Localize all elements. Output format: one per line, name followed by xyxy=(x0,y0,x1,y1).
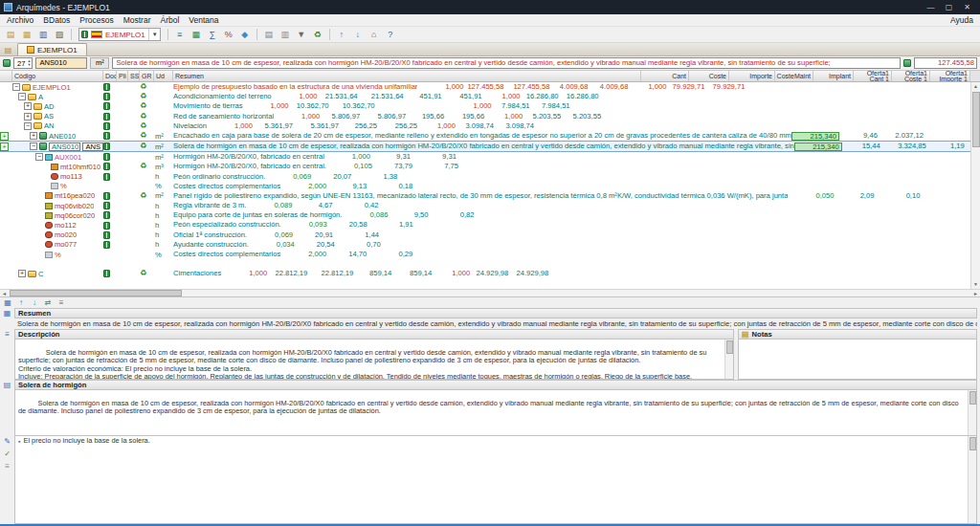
tree-row-mo112[interactable]: mo112hPeón especializado construcción.0,… xyxy=(0,220,970,230)
tree-row-mq06vib020[interactable]: mq06vib020hRegla vibrante de 3 m.0,0894,… xyxy=(0,201,970,210)
col-header-gr[interactable]: GR xyxy=(140,71,154,81)
tree-row-mo020[interactable]: mo020hOficial 1ª construcción.0,06920,91… xyxy=(0,230,970,240)
grid-icon[interactable]: ▦ xyxy=(2,298,13,308)
col-header-ss[interactable]: SS xyxy=(128,71,140,81)
expand-toggle[interactable]: − xyxy=(24,122,32,130)
col-header-ud[interactable]: Ud xyxy=(154,71,173,81)
col-header-oferta1-cant[interactable]: Oferta1 Cant 1 xyxy=(854,71,892,81)
scroll-left-icon[interactable]: ◄ xyxy=(0,291,9,296)
scroll-thumb[interactable] xyxy=(972,92,980,147)
edit-note-icon[interactable]: ✎ xyxy=(4,437,11,446)
solera-scrollbar[interactable] xyxy=(968,390,976,435)
new-database-icon[interactable]: ▤ xyxy=(3,28,18,42)
expand-toggle[interactable]: + xyxy=(24,102,32,110)
measurement-link-icon[interactable]: + xyxy=(0,142,9,151)
tree-row-ad[interactable]: +AD♻Movimiento de tierras1,00010.362,701… xyxy=(0,101,970,111)
col-header-codigo[interactable]: Código xyxy=(12,71,103,81)
col-header-oferta1-coste[interactable]: Oferta1 Coste 1 xyxy=(892,71,930,81)
col-header-cant[interactable]: Cant xyxy=(641,71,689,81)
notas-body[interactable] xyxy=(738,340,977,380)
tree-row-ane010[interactable]: ++ANE010♻m²Encachado en caja para base d… xyxy=(0,131,970,141)
tab-ejemplo1[interactable]: EJEMPLO1 xyxy=(17,43,87,55)
menu-item-mostrar[interactable]: Mostrar xyxy=(119,15,156,25)
tree-row-an[interactable]: −AN♻Nivelación1,0005.361,975.361,97256,2… xyxy=(0,121,970,131)
tree-row-mq06cor020[interactable]: mq06cor020hEquipo para corte de juntas e… xyxy=(0,210,970,220)
col-header-costemaint[interactable]: CosteMaint xyxy=(775,71,813,81)
menu-item-ayuda[interactable]: Ayuda xyxy=(946,15,978,25)
col-header-pli[interactable]: Pli xyxy=(117,71,128,81)
move-up-icon[interactable]: ↑ xyxy=(15,298,27,308)
chart-icon[interactable]: ◆ xyxy=(237,28,253,42)
tree-row-mt10hmf010[interactable]: mt10hmf010♻m³Hormigón HM-20/B/20/X0, fab… xyxy=(0,162,970,171)
stepper-arrows-icon[interactable]: ▲▼ xyxy=(27,59,31,67)
minimize-button[interactable]: — xyxy=(922,3,940,11)
percent-icon[interactable]: % xyxy=(221,28,236,42)
menu-item-procesos[interactable]: Procesos xyxy=(75,15,118,25)
measurement-total-icon[interactable] xyxy=(903,59,911,67)
link-icon[interactable]: ⇄ xyxy=(42,298,54,308)
descripcion-body[interactable]: Solera de hormigón en masa de 10 cm de e… xyxy=(14,340,734,380)
expand-toggle[interactable]: − xyxy=(30,142,37,150)
list-icon[interactable]: ≡ xyxy=(56,298,67,308)
tree-horizontal-scrollbar[interactable]: ◄ ► xyxy=(0,289,980,297)
project-selector[interactable]: EJEMPLO1 ▼ xyxy=(78,28,161,41)
move-down-icon[interactable]: ↓ xyxy=(350,28,366,42)
scroll-down-icon[interactable]: ▼ xyxy=(971,280,980,289)
move-up-icon[interactable]: ↑ xyxy=(334,28,349,42)
expand-toggle[interactable]: + xyxy=(18,270,26,277)
tree-row-c[interactable]: +C♻Cimentaciones1,00022.812,1922.812,198… xyxy=(0,269,970,278)
list-icon[interactable]: ≡ xyxy=(5,462,10,471)
expand-toggle[interactable]: − xyxy=(35,153,43,161)
maximize-button[interactable]: ▢ xyxy=(940,3,958,11)
tree-view-icon[interactable]: ≡ xyxy=(172,28,188,42)
print-icon[interactable]: ▨ xyxy=(52,28,67,42)
nota-body[interactable]: ▪ El precio no incluye la base de la sol… xyxy=(14,436,977,524)
tree-vertical-scrollbar[interactable]: ▲ ▼ xyxy=(970,82,980,289)
col-header-oferta1-importe[interactable]: Oferta1 Importe 1 xyxy=(930,71,970,81)
expand-toggle[interactable]: + xyxy=(30,132,37,140)
tree-row-pct[interactable]: %%Costes directos complementarios2,00014… xyxy=(0,250,970,259)
tab-menu-icon[interactable]: ▤ xyxy=(2,44,14,55)
help-icon[interactable]: ? xyxy=(383,28,398,42)
tree-row-ans010[interactable]: +−ANS010ANS♻m²Solera de hormigón en masa… xyxy=(0,141,970,152)
chevron-down-icon[interactable]: ▼ xyxy=(148,29,158,40)
col-header-resumen[interactable]: Resumen xyxy=(173,71,641,81)
col-header-doc[interactable]: Doc. xyxy=(103,71,117,81)
col-header-implant[interactable]: Implant xyxy=(813,71,854,81)
open-icon[interactable]: ▦ xyxy=(19,28,34,42)
col-header-importe[interactable]: Importe xyxy=(729,71,775,81)
menu-item-archivo[interactable]: Archivo xyxy=(2,15,38,25)
measurements-icon[interactable]: ▦ xyxy=(189,28,204,42)
close-button[interactable]: ✕ xyxy=(958,3,976,11)
tree-row-ejemplo1[interactable]: −EJEMPLO1♻Ejemplo de presupuesto basado … xyxy=(0,82,970,92)
tree-row-aux001[interactable]: −AUX001m²Hormigón HM-20/B/20/X0, fabrica… xyxy=(0,152,970,162)
descripcion-scrollbar[interactable] xyxy=(724,340,733,379)
resumen-text[interactable]: Solera de hormigón en masa de 10 cm de e… xyxy=(14,318,977,329)
summary-field[interactable]: Solera de hormigón en masa de 10 cm de e… xyxy=(112,57,901,69)
menu-item-ventana[interactable]: Ventana xyxy=(184,15,223,25)
menu-item-rbol[interactable]: Árbol xyxy=(155,15,184,25)
header-corner-button[interactable] xyxy=(970,71,980,81)
code-field[interactable]: ANS010 xyxy=(35,57,87,69)
expand-toggle[interactable]: − xyxy=(18,93,26,100)
paste-icon[interactable]: ▥ xyxy=(278,28,293,42)
hscroll-thumb[interactable] xyxy=(10,290,182,296)
expand-toggle[interactable]: − xyxy=(12,83,20,91)
move-down-icon[interactable]: ↓ xyxy=(29,298,40,308)
tree-row-pct[interactable]: %%Costes directos complementarios2,0009,… xyxy=(0,182,970,191)
row-number-stepper[interactable]: 27 ▲▼ xyxy=(13,57,33,69)
expand-toggle[interactable]: + xyxy=(24,113,32,121)
recycle-icon[interactable]: ♻ xyxy=(310,28,325,42)
sum-icon[interactable]: ∑ xyxy=(205,28,220,42)
scroll-right-icon[interactable]: ► xyxy=(971,291,980,296)
menu-item-bdatos[interactable]: BDatos xyxy=(38,15,75,25)
filter-icon[interactable]: ▼ xyxy=(294,28,309,42)
tree-row-a[interactable]: −A♻Acondicionamiento del terreno1,00021.… xyxy=(0,92,970,101)
solera-body[interactable]: Solera de hormigón en masa de 10 cm de e… xyxy=(14,390,977,436)
measurement-link-icon[interactable]: + xyxy=(0,132,9,141)
tree-row-mo113[interactable]: mo113hPeón ordinario construcción.0,0692… xyxy=(0,172,970,182)
check-icon[interactable]: ✓ xyxy=(4,449,11,458)
scroll-up-icon[interactable]: ▲ xyxy=(971,82,980,91)
window-icon[interactable]: ⌂ xyxy=(367,28,382,42)
tree-row-mt16pea020[interactable]: mt16pea020♻m²Panel rígido de poliestiren… xyxy=(0,191,970,201)
